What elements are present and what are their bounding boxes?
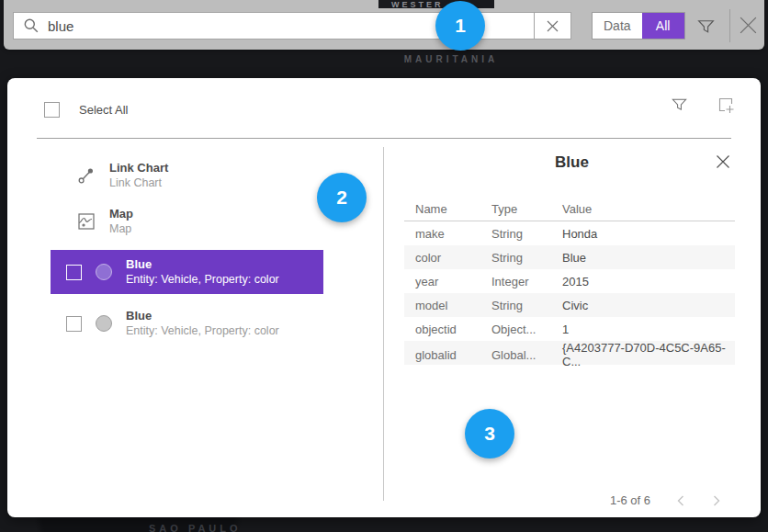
map-label-bottom: SAO PAULO: [149, 523, 242, 532]
pagination-label: 1-6 of 6: [610, 493, 650, 507]
table-row: make String Honda: [404, 221, 735, 245]
attr-value: Blue: [562, 251, 735, 265]
result-item-map[interactable]: Map Map: [77, 207, 133, 236]
result-item-blue-selected[interactable]: Blue Entity: Vehicle, Property: color: [51, 250, 323, 294]
map-icon: [77, 212, 96, 231]
attribute-table: Name Type Value make String Honda color …: [404, 198, 735, 365]
select-all-label: Select All: [79, 103, 128, 117]
attr-value: 1: [562, 323, 735, 336]
attr-value: Honda: [562, 227, 735, 241]
attr-type: Global...: [491, 348, 562, 362]
result-title: Link Chart: [109, 161, 168, 175]
result-title: Blue: [126, 257, 279, 272]
result-checkbox[interactable]: [66, 316, 82, 332]
toolbar-divider: [729, 9, 730, 42]
table-row: objectid Object... 1: [404, 317, 735, 341]
link-chart-icon: [77, 166, 96, 185]
column-header-type: Type: [491, 202, 562, 216]
close-search-icon[interactable]: [738, 15, 759, 36]
attr-name: make: [415, 227, 491, 241]
result-subtitle: Entity: Vehicle, Property: color: [126, 323, 279, 338]
attr-value: {A4203777-D70D-4C5C-9A65-C...: [562, 341, 735, 368]
search-results-panel: Select All Link Chart Link Chart Map Map…: [7, 78, 761, 517]
attr-value: Civic: [562, 299, 735, 312]
attr-type: Integer: [491, 275, 562, 289]
detail-close-icon[interactable]: [716, 154, 730, 169]
previous-page-icon[interactable]: [675, 494, 686, 507]
search-icon: [14, 17, 48, 34]
list-detail-divider: [383, 147, 384, 501]
results-filter-icon[interactable]: [671, 96, 688, 113]
detail-title: Blue: [383, 153, 761, 172]
map-label-mauritania: MAURITANIA: [391, 54, 511, 64]
column-header-value: Value: [562, 202, 735, 216]
search-box[interactable]: [13, 12, 571, 40]
attr-name: globalid: [415, 348, 491, 362]
entity-circle-icon: [96, 264, 112, 280]
search-scope-toggle: Data All: [592, 12, 685, 40]
toggle-option-data[interactable]: Data: [593, 13, 642, 39]
attr-value: 2015: [562, 275, 735, 289]
header-divider: [37, 138, 731, 139]
filter-icon[interactable]: [696, 17, 716, 36]
search-toolbar: Data All: [4, 0, 764, 50]
result-subtitle: Map: [109, 221, 133, 236]
attr-name: objectid: [415, 323, 491, 336]
column-header-name: Name: [415, 202, 491, 216]
table-row: color String Blue: [404, 245, 735, 269]
result-item-blue[interactable]: Blue Entity: Vehicle, Property: color: [51, 301, 323, 345]
toggle-option-all[interactable]: All: [642, 13, 684, 39]
result-subtitle: Entity: Vehicle, Property: color: [126, 272, 279, 287]
clear-search-button[interactable]: [534, 13, 570, 39]
attribute-table-header: Name Type Value: [404, 198, 735, 221]
attr-type: String: [491, 227, 562, 241]
entity-circle-icon: [96, 315, 112, 332]
next-page-icon[interactable]: [711, 494, 722, 507]
result-item-link-chart[interactable]: Link Chart Link Chart: [77, 161, 168, 190]
table-row: model String Civic: [404, 293, 735, 317]
result-checkbox[interactable]: [66, 265, 82, 280]
result-title: Map: [109, 207, 133, 221]
attr-type: Object...: [491, 323, 562, 336]
pagination: 1-6 of 6: [610, 493, 722, 507]
table-row: globalid Global... {A4203777-D70D-4C5C-9…: [404, 341, 735, 365]
table-row: year Integer 2015: [404, 269, 735, 293]
select-all-checkbox[interactable]: [44, 102, 60, 118]
attr-type: String: [491, 251, 562, 265]
select-all-row[interactable]: Select All: [44, 102, 128, 118]
attr-name: year: [415, 275, 491, 289]
callout-badge-3: 3: [465, 409, 514, 458]
callout-badge-2: 2: [317, 173, 367, 222]
add-to-selection-icon[interactable]: [717, 96, 735, 114]
result-title: Blue: [126, 309, 279, 323]
attr-type: String: [491, 299, 562, 312]
attr-name: model: [415, 299, 491, 312]
result-subtitle: Link Chart: [109, 175, 168, 190]
callout-badge-1: 1: [435, 1, 485, 51]
attr-name: color: [415, 251, 491, 265]
